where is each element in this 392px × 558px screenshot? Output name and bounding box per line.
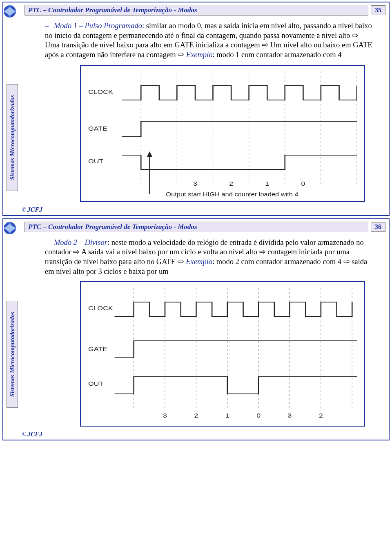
- footer-text: JCFJ: [27, 206, 42, 213]
- svg-text:1: 1: [225, 412, 229, 419]
- exemplo-text: : modo 1 com contador armazenado com 4: [213, 51, 342, 59]
- body-text: – Modo 1 – Pulso Programado: similar ao …: [45, 21, 373, 60]
- page-number: 36: [371, 222, 385, 232]
- diagram-svg: CLOCK GATE OUT 3 2 1 0 Output start HIGH…: [88, 71, 357, 198]
- svg-text:3: 3: [193, 180, 197, 187]
- slide-35: PTC – Controlador Programável de Tempori…: [2, 2, 390, 216]
- side-label: Sistemas Microcomputadorizados: [9, 312, 16, 397]
- title-bar: PTC – Controlador Programável de Tempori…: [24, 5, 385, 16]
- footer-text: JCFJ: [27, 431, 42, 438]
- svg-text:0: 0: [301, 180, 305, 187]
- bullet-dash: –: [45, 238, 49, 247]
- mode-name: Modo 1 – Pulso Programado: [54, 22, 142, 30]
- svg-text:GATE: GATE: [88, 346, 107, 352]
- slide-footer: ©JCFJ: [22, 206, 385, 213]
- slide-title: PTC – Controlador Programável de Tempori…: [24, 222, 368, 232]
- diagram-svg: CLOCK GATE OUT 3 2 1 0 3 2: [88, 288, 357, 422]
- svg-text:Output start HIGH and counter : Output start HIGH and counter loaded wit…: [166, 191, 298, 198]
- svg-text:CLOCK: CLOCK: [88, 88, 113, 95]
- exemplo-label: Exemplo: [186, 51, 213, 59]
- title-bar: PTC – Controlador Programável de Tempori…: [24, 222, 385, 232]
- side-label-box: Sistemas Microcomputadorizados: [7, 301, 18, 408]
- svg-text:OUT: OUT: [88, 380, 103, 387]
- side-label-box: Sistemas Microcomputadorizados: [7, 84, 18, 191]
- mode-name: Modo 2 – Divisor: [54, 238, 107, 247]
- slide-title: PTC – Controlador Programável de Tempori…: [24, 5, 368, 16]
- copyright-icon: ©: [22, 207, 27, 213]
- svg-text:3: 3: [288, 412, 292, 419]
- svg-text:OUT: OUT: [88, 158, 103, 164]
- bullet-dash: –: [45, 22, 49, 30]
- side-label: Sistemas Microcomputadorizados: [9, 95, 16, 180]
- timing-diagram: CLOCK GATE OUT 3 2 1 0 3 2: [80, 281, 365, 427]
- logo-icon: [1, 3, 19, 20]
- exemplo-label: Exemplo: [186, 258, 212, 266]
- svg-text:CLOCK: CLOCK: [88, 305, 113, 311]
- svg-text:2: 2: [229, 180, 233, 187]
- body-text: – Modo 2 – Divisor: neste modo a velocid…: [45, 238, 373, 277]
- svg-text:2: 2: [194, 412, 198, 419]
- page-number: 35: [371, 5, 385, 15]
- logo-icon: [1, 220, 19, 236]
- slide-36: PTC – Controlador Programável de Tempori…: [2, 218, 390, 441]
- slide-footer: ©JCFJ: [22, 431, 385, 438]
- svg-text:GATE: GATE: [88, 125, 107, 131]
- svg-text:0: 0: [256, 412, 261, 419]
- svg-text:3: 3: [163, 412, 167, 419]
- svg-text:2: 2: [319, 412, 323, 419]
- svg-text:1: 1: [265, 180, 269, 187]
- timing-diagram: CLOCK GATE OUT 3 2 1 0 Output start HIGH…: [80, 65, 365, 202]
- copyright-icon: ©: [22, 431, 27, 438]
- svg-marker-12: [147, 151, 152, 157]
